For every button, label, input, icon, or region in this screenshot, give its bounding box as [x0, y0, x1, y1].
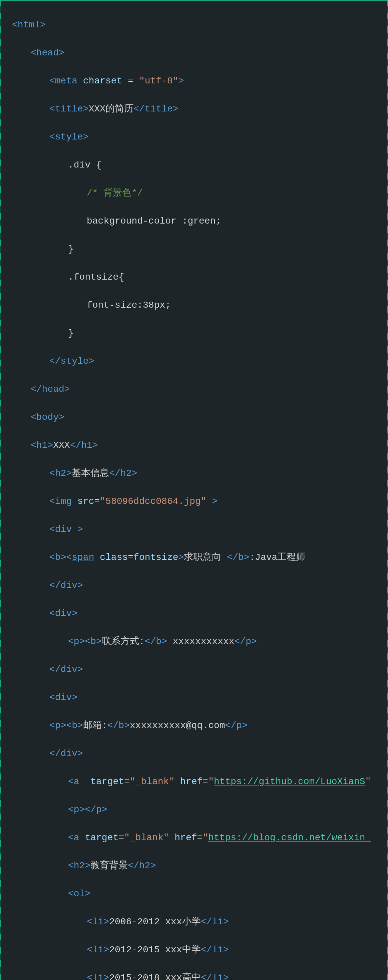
code-line[interactable]: <body>	[12, 410, 384, 425]
code-line[interactable]: <a target="_blank" href="https://blog.cs…	[12, 831, 384, 845]
code-line[interactable]: <style>	[12, 130, 384, 144]
code-line[interactable]: <p><b>联系方式:</b> xxxxxxxxxxx</p>	[12, 635, 384, 649]
code-line[interactable]: <h2>教育背景</h2>	[12, 859, 384, 873]
code-line[interactable]: <b><span class=fontsize>求职意向 </b>:Java工程…	[12, 550, 384, 565]
code-line[interactable]: .fontsize{	[12, 270, 384, 284]
code-line[interactable]: font-size:38px;	[12, 298, 384, 312]
code-line[interactable]: <head>	[12, 46, 384, 60]
code-line[interactable]: <p><b>邮箱:</b>xxxxxxxxxx@qq.com</p>	[12, 719, 384, 733]
code-line[interactable]: </div>	[12, 663, 384, 677]
code-line[interactable]: background-color :green;	[12, 214, 384, 228]
code-content[interactable]: <html> <head> <meta charset = "utf-8"> <…	[12, 4, 384, 980]
code-line[interactable]: </head>	[12, 382, 384, 396]
code-line[interactable]: }	[12, 242, 384, 256]
code-line[interactable]: <li>2006-2012 xxx小学</li>	[12, 915, 384, 929]
code-line[interactable]: <div >	[12, 523, 384, 536]
code-line[interactable]: <ol>	[12, 887, 384, 901]
code-line[interactable]: <html>	[12, 18, 384, 32]
code-line[interactable]: </div>	[12, 747, 384, 761]
code-line[interactable]: <li>2015-2018 xxx高中</li>	[12, 971, 384, 980]
code-line[interactable]: <title>XXX的简历</title>	[12, 102, 384, 116]
code-line[interactable]: <li>2012-2015 xxx中学</li>	[12, 943, 384, 957]
code-line[interactable]: <h2>基本信息</h2>	[12, 466, 384, 480]
code-line[interactable]: /* 背景色*/	[12, 186, 384, 200]
code-editor-frame: <html> <head> <meta charset = "utf-8"> <…	[0, 0, 388, 980]
code-line[interactable]: <div>	[12, 691, 384, 705]
code-line[interactable]: </div>	[12, 579, 384, 593]
code-line[interactable]: <img src="58096ddcc0864.jpg" >	[12, 495, 384, 509]
fold-gutter	[3, 2, 11, 980]
code-line[interactable]: <a target="_blank" href="https://github.…	[12, 775, 384, 789]
code-line[interactable]: }	[12, 326, 384, 340]
code-line[interactable]: <h1>XXX</h1>	[12, 438, 384, 452]
code-line[interactable]: </style>	[12, 354, 384, 368]
code-line[interactable]: <p></p>	[12, 803, 384, 817]
code-line[interactable]: <div>	[12, 607, 384, 620]
code-line[interactable]: <meta charset = "utf-8">	[12, 74, 384, 88]
code-line[interactable]: .div {	[12, 158, 384, 172]
